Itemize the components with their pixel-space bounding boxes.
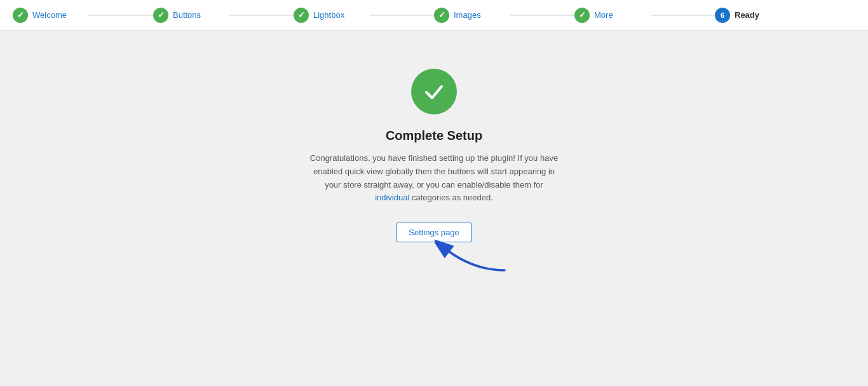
check-icon: ✓ — [298, 11, 305, 19]
step-label-welcome: Welcome — [32, 10, 67, 20]
check-icon: ✓ — [579, 11, 586, 19]
success-checkmark-icon — [422, 79, 446, 104]
individual-link[interactable]: individual — [375, 193, 409, 202]
wizard-step-images[interactable]: ✓Images — [434, 8, 574, 23]
step-label-buttons: Buttons — [173, 10, 201, 20]
complete-description: Congratulations, you have finished setti… — [307, 152, 561, 205]
check-icon: ✓ — [17, 11, 24, 19]
complete-title: Complete Setup — [386, 128, 482, 143]
step-circle-ready: 6 — [715, 8, 730, 23]
step-circle-lightbox: ✓ — [294, 8, 309, 23]
settings-page-button[interactable]: Settings page — [397, 223, 471, 242]
wizard-step-ready[interactable]: 6Ready — [715, 8, 855, 23]
check-icon: ✓ — [158, 11, 165, 19]
step-circle-buttons: ✓ — [153, 8, 168, 23]
settings-button-area: Settings page — [397, 223, 471, 242]
wizard-step-welcome[interactable]: ✓Welcome — [13, 8, 153, 23]
check-icon: ✓ — [438, 11, 445, 19]
wizard-step-more[interactable]: ✓More — [574, 8, 715, 23]
step-circle-images: ✓ — [434, 8, 449, 23]
step-label-images: Images — [454, 10, 481, 20]
wizard-step-lightbox[interactable]: ✓Lightbox — [294, 8, 434, 23]
main-content: Complete Setup Congratulations, you have… — [0, 31, 868, 242]
step-label-ready: Ready — [735, 10, 759, 20]
step-label-more: More — [594, 10, 613, 20]
wizard-nav: ✓Welcome✓Buttons✓Lightbox✓Images✓More6Re… — [0, 0, 868, 31]
step-circle-welcome: ✓ — [13, 8, 28, 23]
success-icon-circle — [411, 69, 457, 114]
step-circle-more: ✓ — [574, 8, 590, 23]
wizard-step-buttons[interactable]: ✓Buttons — [153, 8, 294, 23]
step-label-lightbox: Lightbox — [313, 10, 344, 20]
